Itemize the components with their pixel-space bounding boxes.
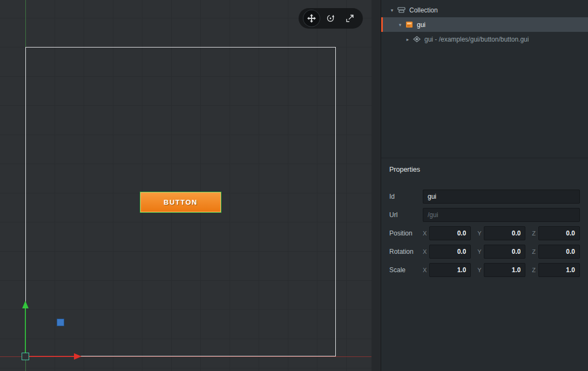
id-label: Id bbox=[389, 193, 423, 200]
scale-y-input[interactable] bbox=[484, 263, 525, 277]
outline-label: gui bbox=[417, 21, 425, 29]
rotation-z-input[interactable] bbox=[538, 245, 580, 259]
outline-label: gui - /examples/gui/button/button.gui bbox=[424, 36, 529, 43]
id-input[interactable] bbox=[423, 190, 580, 204]
outline-row-collection[interactable]: ▾ Collection bbox=[381, 3, 588, 17]
properties-panel: Properties Id Url Position X Y bbox=[381, 158, 588, 371]
url-label: Url bbox=[389, 211, 423, 219]
x-axis-gizmo-shaft bbox=[25, 356, 75, 357]
rotate-icon bbox=[326, 14, 335, 23]
pane-divider[interactable] bbox=[371, 0, 381, 371]
defold-editor-window: BUTTON bbox=[0, 0, 588, 371]
position-label: Position bbox=[389, 230, 423, 237]
scene-viewport[interactable]: BUTTON bbox=[0, 0, 371, 371]
outline-row-gui-scene[interactable]: ▸ gui - /examples/gui/button/button.gui bbox=[381, 32, 588, 46]
scale-x-input[interactable] bbox=[429, 263, 471, 277]
scale-z-input[interactable] bbox=[538, 263, 580, 277]
outline-label: Collection bbox=[409, 6, 438, 14]
rotation-label: Rotation bbox=[389, 248, 423, 255]
right-panel: ▾ Collection ▾ g bbox=[381, 0, 588, 371]
gui-button-node[interactable]: BUTTON bbox=[140, 192, 221, 212]
z-axis-label: Z bbox=[532, 248, 536, 255]
move-tool-button[interactable] bbox=[303, 10, 320, 26]
chevron-down-icon[interactable]: ▾ bbox=[397, 22, 403, 28]
gui-icon bbox=[405, 21, 413, 28]
url-property-row: Url bbox=[389, 208, 580, 222]
scale-icon bbox=[346, 14, 354, 23]
y-axis-label: Y bbox=[477, 248, 481, 255]
url-input[interactable] bbox=[423, 208, 580, 222]
gui-scene-icon bbox=[413, 36, 421, 43]
id-property-row: Id bbox=[389, 190, 580, 204]
z-axis-label: Z bbox=[532, 230, 536, 237]
rotation-x-input[interactable] bbox=[429, 245, 471, 259]
collection-icon bbox=[397, 6, 405, 14]
x-axis-label: X bbox=[423, 248, 427, 255]
x-axis-label: X bbox=[423, 230, 427, 237]
pivot-handle[interactable] bbox=[57, 319, 64, 326]
outline-panel: ▾ Collection ▾ g bbox=[381, 0, 588, 158]
scale-tool-button[interactable] bbox=[342, 10, 358, 26]
x-axis-arrow-icon[interactable] bbox=[74, 353, 82, 360]
chevron-down-icon[interactable]: ▾ bbox=[389, 8, 395, 13]
x-axis-label: X bbox=[423, 267, 427, 273]
y-axis-gizmo-shaft bbox=[25, 308, 26, 356]
scale-property-row: Scale X Y Z bbox=[389, 263, 580, 277]
y-axis-arrow-icon[interactable] bbox=[22, 301, 29, 308]
position-z-input[interactable] bbox=[538, 226, 580, 240]
move-icon bbox=[307, 14, 316, 23]
y-axis-label: Y bbox=[477, 267, 481, 273]
transform-toolbar bbox=[299, 8, 363, 29]
position-x-input[interactable] bbox=[429, 226, 471, 240]
position-property-row: Position X Y Z bbox=[389, 226, 580, 240]
scale-label: Scale bbox=[389, 266, 423, 274]
z-axis-label: Z bbox=[532, 267, 536, 273]
gui-button-label: BUTTON bbox=[164, 198, 198, 206]
properties-title: Properties bbox=[389, 166, 580, 173]
outline-row-gui-selected[interactable]: ▾ gui bbox=[381, 17, 588, 32]
rotate-tool-button[interactable] bbox=[322, 10, 339, 26]
y-axis-label: Y bbox=[477, 230, 481, 237]
rotation-y-input[interactable] bbox=[484, 245, 525, 259]
position-y-input[interactable] bbox=[484, 226, 525, 240]
origin-handle[interactable] bbox=[22, 353, 29, 360]
chevron-right-icon[interactable]: ▸ bbox=[404, 37, 411, 42]
rotation-property-row: Rotation X Y Z bbox=[389, 245, 580, 259]
